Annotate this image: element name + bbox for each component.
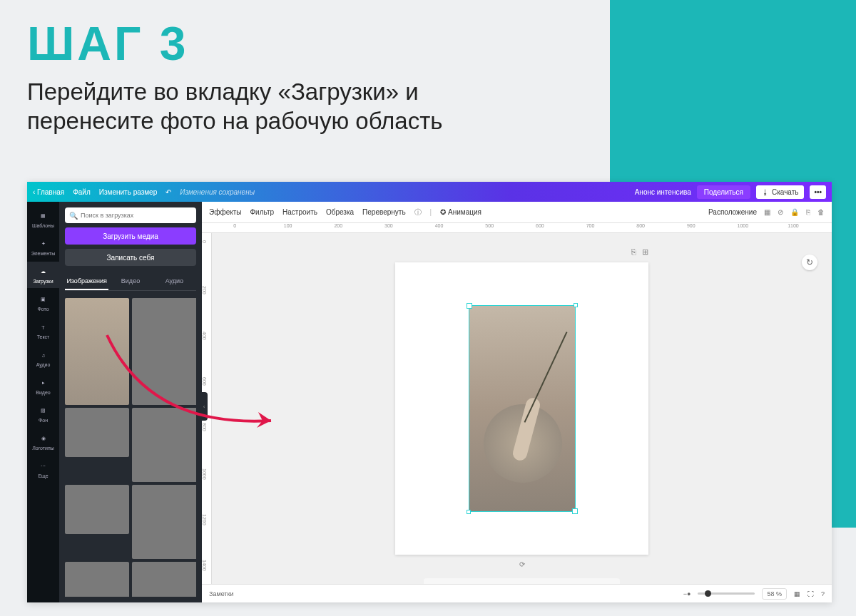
elements-icon: ✦ (38, 238, 49, 250)
effects-button[interactable]: Эффекты (209, 208, 241, 216)
back-home-link[interactable]: ‹ Главная (33, 188, 64, 196)
search-input[interactable] (81, 212, 192, 219)
rail-logos[interactable]: ◉Логотипы (27, 428, 59, 455)
rail-audio[interactable]: ♫Аудио (27, 345, 59, 371)
download-icon: ⭳ (762, 188, 769, 196)
upload-thumb[interactable] (65, 562, 129, 597)
zoom-value[interactable]: 58 % (762, 588, 787, 600)
photos-icon: ▣ (38, 294, 49, 305)
filter-button[interactable]: Фильтр (250, 208, 274, 216)
context-toolbar: Эффекты Фильтр Настроить Обрезка Перевер… (202, 202, 832, 223)
notes-button[interactable]: Заметки (209, 590, 233, 597)
animate-button[interactable]: ✪ Анимация (440, 208, 482, 216)
background-icon: ▨ (38, 405, 49, 416)
ruler-horizontal: 0 100 200 300 400 500 600 700 800 900 10… (202, 223, 832, 233)
announce-label[interactable]: Анонс интенсива (635, 188, 691, 196)
upload-thumb[interactable] (132, 485, 196, 559)
upload-thumb-1[interactable] (65, 298, 129, 405)
uploads-panel: 🔍 Загрузить медиа Записать себя Изображе… (59, 202, 202, 602)
upload-thumb[interactable] (65, 485, 129, 534)
adjust-button[interactable]: Настроить (282, 208, 317, 216)
text-icon: T (38, 322, 49, 333)
flip-button[interactable]: Перевернуть (362, 208, 406, 216)
link-icon[interactable]: ⊘ (778, 208, 783, 216)
media-tabs: Изображения Видео Аудио (65, 273, 196, 291)
top-menu-bar: ‹ Главная Файл Изменить размер ↶ Изменен… (27, 182, 832, 202)
uploads-grid (65, 298, 196, 597)
step-description: Перейдите во вкладку «Загрузки» и перене… (27, 77, 443, 136)
uploads-icon: ☁ (38, 266, 49, 277)
file-menu[interactable]: Файл (73, 188, 91, 196)
search-uploads[interactable]: 🔍 (65, 207, 196, 223)
tutorial-header: ШАГ 3 Перейдите во вкладку «Загрузки» и … (27, 20, 443, 136)
search-icon: 🔍 (69, 212, 78, 220)
upload-thumb[interactable] (132, 298, 196, 405)
rail-more[interactable]: ⋯Еще (27, 456, 59, 483)
audio-icon: ♫ (38, 349, 49, 361)
left-rail: ▦Шаблоны ✦Элементы ☁Загрузки ▣Фото TТекс… (27, 202, 59, 602)
share-button[interactable]: Поделиться (697, 185, 750, 199)
more-icon: ⋯ (38, 461, 49, 472)
record-self-button[interactable]: Записать себя (65, 249, 196, 266)
copy-icon[interactable]: ⎘ (806, 208, 810, 216)
tab-video[interactable]: Видео (108, 273, 152, 290)
canvas-area: Эффекты Фильтр Настроить Обрезка Перевер… (202, 202, 832, 602)
zoom-out-icon[interactable]: −● (683, 590, 691, 597)
upload-thumb[interactable] (65, 408, 129, 457)
resize-menu[interactable]: Изменить размер (99, 188, 157, 196)
help-icon[interactable]: ? (821, 590, 825, 597)
rail-elements[interactable]: ✦Элементы (27, 234, 59, 260)
upload-thumb[interactable] (132, 408, 196, 482)
editor-window: ‹ Главная Файл Изменить размер ↶ Изменен… (27, 182, 832, 602)
rail-photos[interactable]: ▣Фото (27, 289, 59, 316)
trash-icon[interactable]: 🗑 (817, 208, 825, 216)
fullscreen-icon[interactable]: ⛶ (807, 590, 814, 597)
templates-icon: ▦ (38, 210, 49, 222)
sync-icon[interactable]: ⟳ (519, 560, 525, 568)
rail-templates[interactable]: ▦Шаблоны (27, 206, 59, 232)
info-icon[interactable]: ⓘ (414, 207, 422, 217)
reload-badge[interactable]: ↻ (802, 255, 817, 270)
collapse-panel-button[interactable]: ‹ (200, 392, 208, 421)
more-menu-button[interactable]: ••• (810, 185, 826, 199)
upload-thumb[interactable] (132, 562, 196, 597)
canvas-page[interactable] (395, 262, 648, 555)
undo-icon[interactable]: ↶ (165, 188, 171, 196)
grid-view-icon[interactable]: ▦ (794, 590, 800, 597)
transparency-icon[interactable]: ▦ (764, 208, 770, 216)
lock-icon[interactable]: 🔒 (790, 208, 799, 216)
rail-uploads[interactable]: ☁Загрузки (27, 262, 59, 288)
rail-video[interactable]: ▸Видео (27, 373, 59, 399)
rail-background[interactable]: ▨Фон (27, 401, 59, 427)
position-button[interactable]: Расположение (708, 208, 757, 216)
canvas-scroll[interactable]: ⎘ ⊞ ⟳ + Еще 1 (202, 233, 832, 584)
step-title: ШАГ 3 (27, 20, 443, 67)
bottom-bar: Заметки −● 58 % ▦ ⛶ ? (202, 584, 832, 602)
tab-images[interactable]: Изображения (65, 273, 108, 290)
crop-button[interactable]: Обрезка (326, 208, 354, 216)
add-page-button[interactable]: + Еще 1 страница (424, 578, 620, 584)
selected-photo[interactable] (469, 305, 576, 512)
zoom-slider[interactable] (698, 592, 755, 595)
logos-icon: ◉ (38, 433, 49, 444)
download-button[interactable]: ⭳Скачать (756, 185, 805, 199)
rail-text[interactable]: TТекст (27, 317, 59, 344)
tab-audio[interactable]: Аудио (153, 273, 196, 290)
duplicate-page-icon[interactable]: ⎘ (631, 247, 636, 257)
video-icon: ▸ (38, 377, 49, 389)
add-page-icon[interactable]: ⊞ (642, 247, 648, 257)
save-status: Изменения сохранены (180, 188, 255, 196)
upload-media-button[interactable]: Загрузить медиа (65, 227, 196, 245)
